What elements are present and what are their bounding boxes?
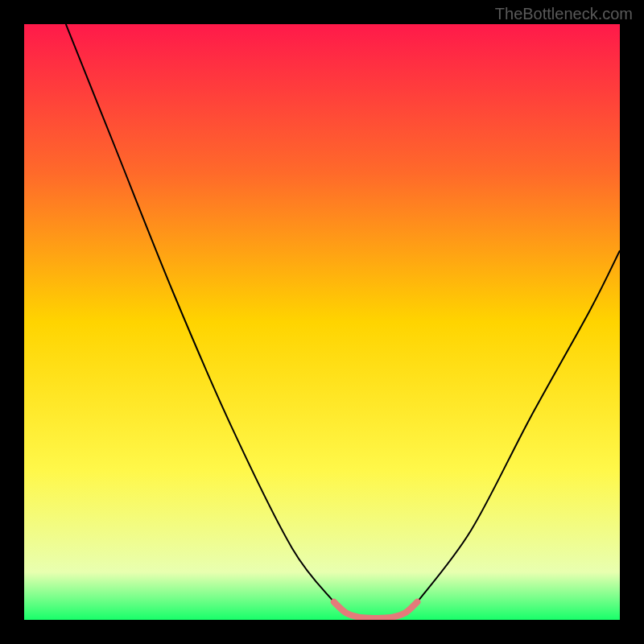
chart-svg <box>24 24 620 620</box>
watermark-text: TheBottleneck.com <box>495 5 633 23</box>
bottleneck-chart <box>24 24 620 620</box>
chart-background <box>24 24 620 620</box>
